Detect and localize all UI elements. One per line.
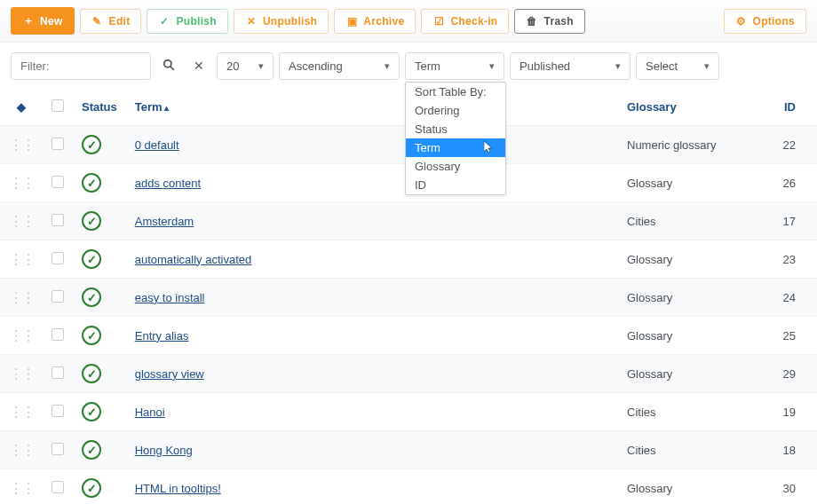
dropdown-item-glossary[interactable]: Glossary <box>406 157 505 176</box>
status-published-icon[interactable]: ✓ <box>82 249 101 269</box>
publish-button[interactable]: ✓Publish <box>147 9 227 34</box>
column-id[interactable]: ID <box>769 89 817 126</box>
sort-by-select[interactable]: Term▾ Sort Table By: OrderingStatusTermG… <box>405 52 504 80</box>
column-status[interactable]: Status <box>73 89 126 126</box>
status-published-icon[interactable]: ✓ <box>82 287 101 307</box>
column-term[interactable]: Term <box>126 89 618 126</box>
generic-select[interactable]: Select▾ <box>636 52 719 80</box>
status-published-icon[interactable]: ✓ <box>82 173 101 193</box>
table-row: ⋮⋮✓Entry aliasGlossary25 <box>0 317 817 355</box>
id-cell: 25 <box>769 317 817 355</box>
archive-button[interactable]: ▣Archive <box>334 9 416 34</box>
drag-handle-icon[interactable]: ⋮⋮ <box>9 290 34 305</box>
id-cell: 26 <box>769 164 817 202</box>
term-link[interactable]: Amsterdam <box>135 215 194 228</box>
id-cell: 18 <box>769 431 817 469</box>
table-row: ⋮⋮✓easy to installGlossary24 <box>0 279 817 317</box>
drag-handle-icon[interactable]: ⋮⋮ <box>9 176 34 191</box>
new-button[interactable]: ＋New <box>11 7 75 35</box>
column-label: Status <box>82 100 117 114</box>
dropdown-item-ordering[interactable]: Ordering <box>406 101 505 120</box>
column-glossary[interactable]: Glossary <box>618 89 769 126</box>
drag-handle-icon[interactable]: ⋮⋮ <box>9 443 34 458</box>
filter-input[interactable] <box>11 52 151 80</box>
term-link[interactable]: HTML in tooltips! <box>135 482 221 495</box>
row-checkbox[interactable] <box>52 405 64 417</box>
glossary-cell: Glossary <box>618 279 769 317</box>
select-value: Select <box>646 59 678 73</box>
status-published-icon[interactable]: ✓ <box>82 326 101 345</box>
search-button[interactable] <box>156 51 181 80</box>
drag-handle-icon[interactable]: ⋮⋮ <box>9 252 34 267</box>
button-label: Edit <box>109 15 131 28</box>
row-checkbox[interactable] <box>52 481 64 493</box>
drag-handle-icon[interactable]: ⋮⋮ <box>9 138 34 153</box>
drag-handle-icon[interactable]: ⋮⋮ <box>9 328 34 343</box>
dropdown-item-id[interactable]: ID <box>406 176 505 194</box>
glossary-cell: Cities <box>618 393 769 431</box>
dropdown-item-term[interactable]: Term <box>406 138 505 157</box>
per-page-select[interactable]: 20▾ <box>217 52 274 80</box>
column-label: ID <box>784 100 796 114</box>
term-link[interactable]: adds content <box>135 177 201 190</box>
drag-handle-icon[interactable]: ⋮⋮ <box>9 214 34 229</box>
term-link[interactable]: automatically activated <box>135 253 252 266</box>
select-value: 20 <box>226 59 239 73</box>
checkin-button[interactable]: ☑Check-in <box>421 9 509 34</box>
term-link[interactable]: Hanoi <box>135 406 165 419</box>
row-checkbox[interactable] <box>52 328 64 341</box>
term-link[interactable]: easy to install <box>135 291 205 304</box>
checkbox-icon: ☑ <box>432 15 445 28</box>
select-all-checkbox[interactable] <box>52 99 64 112</box>
row-checkbox[interactable] <box>52 138 64 150</box>
sort-icon: ◆ <box>17 100 26 114</box>
id-cell: 24 <box>769 279 817 317</box>
id-cell: 29 <box>769 355 817 393</box>
column-order[interactable]: ◆ <box>0 89 43 126</box>
published-select[interactable]: Published▾ <box>510 52 631 80</box>
button-label: Publish <box>176 15 216 28</box>
id-cell: 30 <box>769 469 817 505</box>
drag-handle-icon[interactable]: ⋮⋮ <box>9 405 34 420</box>
row-checkbox[interactable] <box>52 443 64 455</box>
term-link[interactable]: 0 default <box>135 138 179 152</box>
column-label: Term <box>135 100 169 114</box>
row-checkbox[interactable] <box>52 290 64 303</box>
x-icon: ✕ <box>245 15 258 28</box>
dropdown-item-status[interactable]: Status <box>406 120 505 138</box>
row-checkbox[interactable] <box>52 252 64 264</box>
table-row: ⋮⋮✓automatically activatedGlossary23 <box>0 240 817 279</box>
table-row: ⋮⋮✓glossary viewGlossary29 <box>0 355 817 393</box>
row-checkbox[interactable] <box>52 214 64 226</box>
unpublish-button[interactable]: ✕Unpublish <box>234 9 329 34</box>
status-published-icon[interactable]: ✓ <box>82 364 101 383</box>
status-published-icon[interactable]: ✓ <box>82 478 101 498</box>
id-cell: 23 <box>769 240 817 279</box>
cursor-icon <box>484 141 493 156</box>
drag-handle-icon[interactable]: ⋮⋮ <box>9 366 34 382</box>
select-value: Ascending <box>289 59 343 73</box>
status-published-icon[interactable]: ✓ <box>82 135 101 154</box>
select-value: Published <box>520 59 570 73</box>
button-label: New <box>40 15 63 28</box>
clear-filter-button[interactable]: ✕ <box>186 51 211 80</box>
row-checkbox[interactable] <box>52 176 64 188</box>
x-icon: ✕ <box>194 59 204 73</box>
status-published-icon[interactable]: ✓ <box>82 211 101 231</box>
drag-handle-icon[interactable]: ⋮⋮ <box>9 481 34 496</box>
status-published-icon[interactable]: ✓ <box>82 440 101 460</box>
term-link[interactable]: Hong Kong <box>135 444 193 457</box>
term-link[interactable]: Entry alias <box>135 329 189 343</box>
options-button[interactable]: ⚙Options <box>724 9 806 34</box>
trash-button[interactable]: 🗑Trash <box>514 9 585 34</box>
term-link[interactable]: glossary view <box>135 367 204 381</box>
glossary-cell: Glossary <box>618 240 769 279</box>
id-cell: 22 <box>769 126 817 164</box>
direction-select[interactable]: Ascending▾ <box>279 52 400 80</box>
row-checkbox[interactable] <box>52 366 64 379</box>
status-published-icon[interactable]: ✓ <box>82 402 101 421</box>
check-icon: ✓ <box>158 15 171 28</box>
pencil-icon: ✎ <box>91 15 104 28</box>
edit-button[interactable]: ✎Edit <box>80 9 142 34</box>
button-label: Trash <box>543 15 574 28</box>
